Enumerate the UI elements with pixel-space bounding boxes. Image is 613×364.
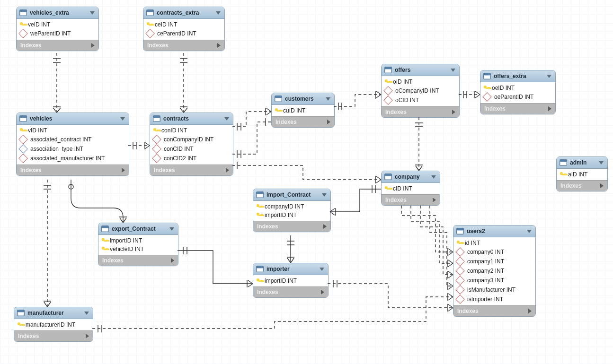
entity-header[interactable]: export_Contract	[98, 223, 178, 235]
entity-header[interactable]: manufacturer	[14, 307, 93, 319]
indexes-section[interactable]: Indexes	[272, 116, 334, 127]
expand-icon[interactable]	[226, 168, 229, 173]
er-diagram-canvas[interactable]: vehicles_extraveID INTweParentID INTInde…	[0, 0, 613, 364]
expand-icon[interactable]	[433, 198, 436, 202]
column-row[interactable]: oCompanyID INT	[382, 86, 459, 95]
expand-icon[interactable]	[122, 168, 125, 173]
expand-icon[interactable]	[528, 309, 532, 313]
collapse-icon[interactable]	[169, 227, 174, 231]
column-row[interactable]: veID INT	[17, 20, 98, 29]
column-row[interactable]: manufacturerID INT	[14, 321, 93, 329]
entity-header[interactable]: users2	[453, 225, 535, 237]
entity-offers[interactable]: offersoID INToCompanyID INToCID INTIndex…	[381, 64, 460, 118]
column-row[interactable]: aID INT	[557, 170, 607, 179]
column-row[interactable]: companyID INT	[253, 202, 330, 211]
entity-contracts[interactable]: contractsconID INTconCompanyID INTconCID…	[150, 113, 233, 176]
column-row[interactable]: importID INT	[253, 277, 328, 285]
indexes-section[interactable]: Indexes	[98, 255, 178, 266]
column-row[interactable]: oeParentID INT	[480, 92, 555, 102]
collapse-icon[interactable]	[224, 117, 229, 121]
entity-importer[interactable]: importerimportID INTIndexes	[253, 263, 329, 298]
expand-icon[interactable]	[452, 110, 455, 114]
column-row[interactable]: cuID INT	[272, 106, 334, 115]
column-row[interactable]: associated_manufacturer INT	[17, 154, 129, 163]
column-row[interactable]: ceID INT	[143, 20, 224, 29]
entity-header[interactable]: admin	[557, 157, 607, 169]
entity-import_Contract[interactable]: import_ContractcompanyID INTimportID INT…	[253, 189, 331, 232]
entity-header[interactable]: vehicles_extra	[17, 7, 98, 19]
indexes-section[interactable]: Indexes	[17, 40, 98, 51]
entity-export_Contract[interactable]: export_ContractimportID INTvehicleID INT…	[98, 223, 178, 266]
column-row[interactable]: company2 INT	[453, 266, 535, 276]
indexes-section[interactable]: Indexes	[480, 103, 555, 114]
expand-icon[interactable]	[548, 106, 551, 111]
collapse-icon[interactable]	[431, 175, 436, 179]
expand-icon[interactable]	[217, 43, 221, 48]
collapse-icon[interactable]	[84, 312, 89, 315]
indexes-section[interactable]: Indexes	[14, 330, 93, 341]
indexes-section[interactable]: Indexes	[17, 165, 129, 175]
column-row[interactable]: conCompanyID INT	[150, 135, 233, 144]
column-row[interactable]: isImporter INT	[453, 295, 535, 304]
column-row[interactable]: oID INT	[382, 78, 459, 86]
entity-header[interactable]: offers	[382, 64, 459, 76]
column-row[interactable]: weParentID INT	[17, 29, 98, 38]
collapse-icon[interactable]	[527, 230, 532, 233]
column-row[interactable]: id INT	[453, 239, 535, 247]
collapse-icon[interactable]	[320, 268, 324, 271]
expand-icon[interactable]	[323, 224, 327, 229]
entity-header[interactable]: contracts_extra	[143, 7, 224, 19]
expand-icon[interactable]	[327, 120, 330, 124]
indexes-section[interactable]: Indexes	[150, 165, 233, 175]
entity-admin[interactable]: adminaID INTIndexes	[556, 156, 608, 191]
collapse-icon[interactable]	[451, 69, 455, 72]
entity-vehicles_extra[interactable]: vehicles_extraveID INTweParentID INTInde…	[16, 7, 99, 51]
expand-icon[interactable]	[600, 183, 604, 188]
column-row[interactable]: importID INT	[98, 236, 178, 245]
indexes-section[interactable]: Indexes	[453, 305, 535, 316]
expand-icon[interactable]	[91, 43, 95, 48]
entity-header[interactable]: customers	[272, 93, 334, 105]
column-row[interactable]: conCID INT	[150, 144, 233, 154]
expand-icon[interactable]	[86, 334, 89, 338]
entity-header[interactable]: vehicles	[17, 113, 129, 125]
indexes-section[interactable]: Indexes	[557, 180, 607, 191]
collapse-icon[interactable]	[547, 75, 551, 78]
column-row[interactable]: company1 INT	[453, 257, 535, 266]
collapse-icon[interactable]	[326, 97, 330, 101]
entity-vehicles[interactable]: vehiclesvID INTassociated_contract INTas…	[16, 113, 129, 176]
entity-header[interactable]: company	[382, 171, 440, 183]
column-row[interactable]: associated_contract INT	[17, 135, 129, 144]
column-row[interactable]: vehicleID INT	[98, 245, 178, 253]
column-row[interactable]: oCID INT	[382, 95, 459, 105]
column-row[interactable]: company3 INT	[453, 276, 535, 285]
column-row[interactable]: company0 INT	[453, 247, 535, 257]
indexes-section[interactable]: Indexes	[382, 106, 459, 117]
expand-icon[interactable]	[321, 290, 324, 295]
collapse-icon[interactable]	[322, 193, 327, 197]
entity-customers[interactable]: customerscuID INTIndexes	[271, 93, 335, 128]
entity-header[interactable]: contracts	[150, 113, 233, 125]
column-row[interactable]: association_type INT	[17, 144, 129, 154]
entity-contracts_extra[interactable]: contracts_extraceID INTceParentID INTInd…	[143, 7, 225, 51]
indexes-section[interactable]: Indexes	[253, 286, 328, 297]
entity-manufacturer[interactable]: manufacturermanufacturerID INTIndexes	[14, 307, 93, 342]
entity-header[interactable]: offers_extra	[480, 70, 555, 82]
column-row[interactable]: ceParentID INT	[143, 29, 224, 38]
collapse-icon[interactable]	[90, 11, 95, 15]
indexes-section[interactable]: Indexes	[382, 194, 440, 205]
entity-header[interactable]: importer	[253, 263, 328, 275]
collapse-icon[interactable]	[216, 11, 221, 15]
column-row[interactable]: vID INT	[17, 126, 129, 135]
column-row[interactable]: conID INT	[150, 126, 233, 135]
column-row[interactable]: oeID INT	[480, 84, 555, 92]
collapse-icon[interactable]	[599, 161, 604, 165]
column-row[interactable]: conCID2 INT	[150, 154, 233, 163]
entity-users2[interactable]: users2id INTcompany0 INTcompany1 INTcomp…	[453, 225, 536, 317]
column-row[interactable]: isManufacturer INT	[453, 285, 535, 295]
column-row[interactable]: importID INT	[253, 211, 330, 219]
indexes-section[interactable]: Indexes	[143, 40, 224, 51]
entity-header[interactable]: import_Contract	[253, 189, 330, 201]
entity-company[interactable]: companycID INTIndexes	[381, 171, 440, 206]
entity-offers_extra[interactable]: offers_extraoeID INToeParentID INTIndexe…	[480, 70, 556, 114]
